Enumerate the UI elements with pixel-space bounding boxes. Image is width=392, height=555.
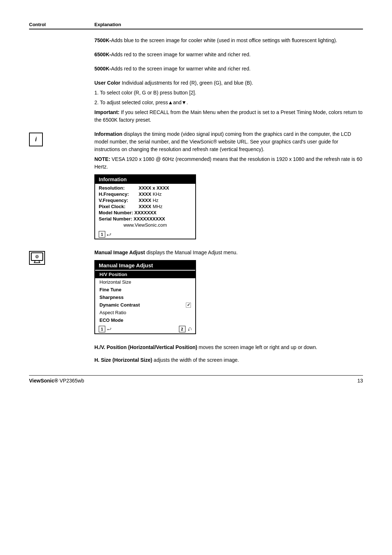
text-hvposition-body: moves the screen image left or right and…: [199, 344, 317, 350]
text-7500k-body: Adds blue to the screen image for cooler…: [111, 37, 337, 43]
mia-title: Manual Image Adjust: [95, 261, 195, 270]
text-6500k: 6500K-Adds red to the screen image for w…: [94, 51, 363, 58]
row-user-color: User Color Individual adjustments for re…: [29, 79, 363, 124]
important-text: If you select RECALL from the Main Menu …: [94, 109, 363, 123]
explanation-info: Information displays the timing mode (vi…: [94, 130, 363, 242]
text-6500k-body: Adds red to the screen image for warmer …: [111, 52, 250, 57]
info-row-hfreq: H.Frequency: XXXX KHz: [99, 191, 192, 197]
explanation-6500k: 6500K-Adds red to the screen image for w…: [94, 51, 363, 58]
control-col-6500k: [29, 51, 94, 52]
bottom-section: H./V. Position (Horizontal/Vertical Posi…: [29, 344, 363, 364]
mia-footer-left: 1 ⮐: [99, 326, 111, 332]
page: Control Explanation 7500K-Adds blue to t…: [0, 0, 392, 398]
info-box-title: Information: [95, 175, 195, 184]
row-6500k: 6500K-Adds red to the screen image for w…: [29, 51, 363, 58]
control-col-user-color: [29, 79, 94, 80]
explanation-hvposition: H./V. Position (Horizontal/Vertical Posi…: [94, 344, 363, 351]
info-row-resolution: Resolution: XXXX x XXXX: [99, 185, 192, 191]
control-col-bottom2: [29, 356, 94, 357]
monitor-icon: [30, 252, 44, 263]
note-label: NOTE:: [94, 156, 111, 162]
control-col-5000k: [29, 65, 94, 66]
mia-box: Manual Image Adjust H/V Position Horizon…: [94, 260, 196, 334]
hfreq-unit: KHz: [153, 191, 162, 197]
mia-footer-icon1: ⮐: [107, 327, 111, 332]
label-hvposition: H./V. Position (Horizontal/Vertical Posi…: [94, 344, 199, 350]
row-hsize: H. Size (Horizontal Size) adjusts the wi…: [29, 356, 363, 364]
pixel-value: XXXX: [139, 204, 151, 209]
down-arrow: ▼: [181, 100, 187, 105]
info-row-pixel: Pixel Clock: XXXX MHz: [99, 204, 192, 209]
mia-item-sharpness: Sharpness: [95, 293, 195, 301]
mia-item-finetune: Fine Tune: [95, 286, 195, 293]
info-url: www.ViewSonic.com: [99, 222, 192, 228]
hfreq-label: H.Frequency:: [99, 191, 139, 197]
label-hsize: H. Size (Horizontal Size): [94, 357, 154, 363]
label-user-color: User Color: [94, 80, 122, 86]
mia-footer: 1 ⮐ 2 ⮏: [95, 325, 195, 333]
row-7500k: 7500K-Adds blue to the screen image for …: [29, 37, 363, 44]
label-6500k: 6500K-: [94, 52, 111, 57]
info-box-body: Resolution: XXXX x XXXX H.Frequency: XXX…: [95, 184, 195, 230]
mia-body: H/V Position Horizontal Size Fine Tune S…: [95, 270, 195, 325]
svg-point-6: [37, 256, 38, 257]
step2-prefix: 2. To adjust selected color, press: [94, 100, 168, 105]
mia-item-hvposition: H/V Position: [95, 271, 195, 278]
text-user-color-3: 2. To adjust selected color, press▲and▼.: [94, 99, 363, 106]
text-hsize: H. Size (Horizontal Size) adjusts the wi…: [94, 356, 363, 364]
badge-1: 1: [99, 231, 105, 238]
dyncontrast-label: Dynamic Contrast: [99, 302, 140, 308]
mia-item-dyncontrast: Dynamic Contrast ✓: [95, 301, 195, 309]
footer-brand-model: ViewSonic® VP2365wb: [29, 378, 84, 384]
text-user-color-1: User Color Individual adjustments for re…: [94, 79, 363, 87]
text-mia-body: displays the Manual Image Adjust menu.: [146, 250, 237, 255]
footer-model: VP2365wb: [60, 378, 84, 384]
resolution-label: Resolution:: [99, 185, 139, 191]
header-explanation: Explanation: [94, 22, 121, 27]
header-control: Control: [29, 22, 94, 27]
mia-item-aspectratio: Aspect Ratio: [95, 309, 195, 316]
text-hsize-body: adjusts the width of the screen image.: [154, 357, 239, 363]
page-footer: ViewSonic® VP2365wb 13: [29, 375, 363, 384]
label-7500k: 7500K-: [94, 37, 111, 43]
table-header: Control Explanation: [29, 22, 363, 29]
info-icon-box: i: [29, 133, 43, 146]
step1-user-color: 1. To select color (R, G or B) press but…: [94, 90, 196, 96]
control-col-mia: [29, 249, 94, 265]
row-information: i Information displays the timing mode (…: [29, 130, 363, 242]
info-serial: Serial Number: XXXXXXXXXX: [99, 216, 192, 222]
pixel-unit: MHz: [153, 204, 163, 209]
mia-icon-box: [29, 251, 45, 265]
checkbox-dyncontrast: ✓: [186, 303, 191, 308]
mia-footer-right: 2 ⮏: [179, 326, 192, 332]
text-hvposition: H./V. Position (Horizontal/Vertical Posi…: [94, 344, 363, 351]
text-information-body: displays the timing mode (video signal i…: [94, 131, 351, 152]
footer-icon-exit: ⮐: [107, 232, 111, 237]
text-7500k: 7500K-Adds blue to the screen image for …: [94, 37, 363, 44]
info-footer: 1 ⮐: [95, 230, 195, 239]
and-text: and: [173, 100, 181, 105]
control-col-info: i: [29, 130, 94, 146]
explanation-5000k: 5000K-Adds red to the screen image for w…: [94, 65, 363, 73]
text-5000k: 5000K-Adds red to the screen image for w…: [94, 65, 363, 73]
explanation-user-color: User Color Individual adjustments for re…: [94, 79, 363, 124]
mia-badge-2: 2: [179, 326, 185, 332]
mia-item-hsize: Horizontal Size: [95, 278, 195, 286]
explanation-hsize: H. Size (Horizontal Size) adjusts the wi…: [94, 356, 363, 364]
info-row-vfreq: V.Frequency: XXXX Hz: [99, 198, 192, 203]
footer-brand: ViewSonic®: [29, 378, 58, 384]
mia-footer-icon2: ⮏: [187, 327, 192, 332]
text-mia: Manual Image Adjust displays the Manual …: [94, 249, 363, 256]
row-5000k: 5000K-Adds red to the screen image for w…: [29, 65, 363, 73]
text-user-color-important: Important: If you select RECALL from the…: [94, 109, 363, 124]
arrow-icons: ▲: [168, 100, 173, 105]
important-label: Important:: [94, 109, 121, 115]
mia-item-ecomode: ECO Mode: [95, 316, 195, 324]
vfreq-unit: Hz: [153, 198, 159, 203]
mia-badge-1: 1: [99, 326, 105, 332]
control-col-bottom1: [29, 344, 94, 344]
label-5000k: 5000K-: [94, 66, 111, 72]
control-col-7500k: [29, 37, 94, 37]
text-user-color-2: 1. To select color (R, G or B) press but…: [94, 89, 363, 97]
label-information: Information: [94, 131, 124, 137]
